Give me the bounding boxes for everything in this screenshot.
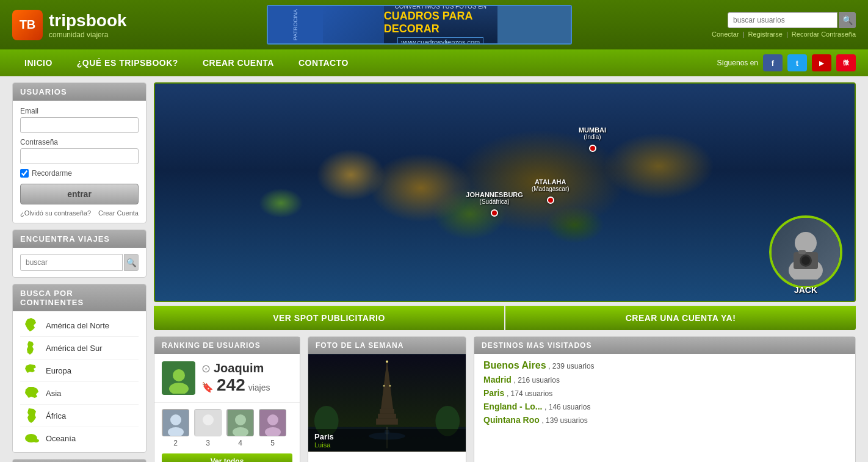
facebook-button[interactable]: f — [763, 54, 783, 71]
destino-5[interactable]: Quintana Roo , 139 usuarios — [483, 415, 846, 425]
destinos-list: Buenos Aires , 239 usuarios Madrid , 216… — [474, 354, 855, 435]
photo-box: FOTO DE LA SEMANA — [308, 336, 466, 462]
nav-contacto[interactable]: CONTACTO — [286, 49, 361, 76]
recordar-link[interactable]: Recordar Contraseña — [792, 31, 856, 38]
continent-item-asia[interactable]: Asia — [20, 382, 139, 405]
continents-section: BUSCA POR CONTINENTES América del Norte … — [12, 284, 146, 453]
destino-count-3: , 174 usuarios — [507, 389, 552, 398]
continent-item-oceania[interactable]: Oceanía — [20, 427, 139, 449]
divider2: | — [786, 31, 790, 38]
destinos-box: DESTINOS MAS VISITADOS Buenos Aires , 23… — [474, 336, 856, 462]
nav-que-es[interactable]: ¿QUÉ ES TRIPSBOOK? — [65, 49, 190, 76]
trips-search-input[interactable] — [20, 254, 123, 271]
nuevos-header: NUEVOS USUARIOS — [13, 460, 146, 462]
search-button[interactable]: 🔍 — [839, 12, 856, 28]
destino-2[interactable]: Madrid , 216 usuarios — [483, 375, 846, 384]
africa-icon — [21, 408, 41, 424]
continent-name-europa: Europa — [46, 366, 71, 375]
logo-icon[interactable]: TB — [12, 10, 43, 40]
usuarios-body: Email Contraseña Recordarme entrar ¿Olvi… — [13, 101, 146, 223]
forgot-link[interactable]: ¿Olvidó su contraseña? — [20, 209, 91, 217]
svg-point-15 — [203, 414, 214, 425]
rank5-num: 5 — [270, 439, 275, 447]
search-links: Conectar | Registrarse | Recordar Contra… — [712, 31, 856, 38]
ranking-top: ⊙ Joaquim 🔖 242 viajes — [154, 354, 300, 403]
svg-point-1 — [33, 439, 39, 442]
nav-crear[interactable]: CREAR CUENTA — [190, 49, 286, 76]
pin-johannesburg[interactable]: JOHANNESBURG (Sudáfrica) — [491, 209, 498, 217]
svg-point-12 — [170, 414, 181, 425]
rank4-num: 4 — [238, 439, 242, 447]
create-account-link[interactable]: Crear Cuenta — [98, 209, 139, 217]
pin-mumbai[interactable]: MUMBAI (India) — [589, 145, 596, 152]
destino-city-1: Buenos Aires — [483, 360, 546, 370]
destino-3[interactable]: Paris , 174 usuarios — [483, 388, 846, 398]
map-user-circle[interactable] — [769, 215, 842, 289]
map-container: MUMBAI (India) JOHANNESBURG (Sudáfrica) — [154, 82, 856, 302]
destino-count-1: , 239 usuarios — [548, 362, 594, 370]
svg-point-17 — [235, 414, 246, 425]
continent-item-norte[interactable]: América del Norte — [20, 314, 139, 337]
conectar-link[interactable]: Conectar — [712, 31, 739, 38]
ad-banner[interactable]: PATROCINA CONVERTIMOS TUS FOTOS EN CUADR… — [267, 5, 572, 45]
youtube-button[interactable]: ▶ — [812, 54, 831, 71]
search-area: 🔍 Conectar | Registrarse | Recordar Cont… — [712, 12, 856, 38]
sidebar: USUARIOS Email Contraseña Recordarme ent… — [12, 82, 146, 462]
nuevos-section: NUEVOS USUARIOS — [12, 459, 146, 462]
pin-atalaha[interactable]: ATALAHA (Madagascar) — [547, 197, 554, 204]
continent-item-sur[interactable]: América del Sur — [20, 337, 139, 359]
pin-dot-atalaha — [547, 197, 554, 204]
continent-name-norte: América del Norte — [46, 321, 109, 330]
continent-list: América del Norte América del Sur Europa — [20, 314, 139, 449]
remember-checkbox[interactable] — [20, 169, 29, 178]
email-input[interactable] — [20, 117, 139, 133]
login-button[interactable]: entrar — [20, 184, 139, 204]
weibo-button[interactable]: 微 — [836, 54, 856, 71]
continent-name-asia: Asia — [46, 389, 61, 398]
svg-point-33 — [389, 385, 391, 387]
rank-other-4: 4 — [226, 409, 254, 447]
pin-dot-johannesburg — [491, 209, 498, 217]
email-label: Email — [20, 107, 139, 115]
photo-caption: Paris Luisa — [308, 429, 466, 452]
usuarios-header: USUARIOS — [13, 83, 146, 101]
map-buttons: VER SPOT PUBLICITARIO CREAR UNA CUENTA Y… — [154, 306, 856, 330]
world-map: MUMBAI (India) JOHANNESBURG (Sudáfrica) — [155, 84, 855, 301]
ad-center: CONVERTIMOS TUS FOTOS EN CUADROS PARA DE… — [384, 6, 497, 43]
pin-johannesburg-label: JOHANNESBURG (Sudáfrica) — [466, 191, 523, 205]
svg-point-32 — [383, 385, 385, 387]
ver-todos-button[interactable]: Ver todos — [162, 453, 292, 462]
bookmark-icon: 🔖 — [201, 381, 214, 393]
continent-item-europa[interactable]: Europa — [20, 359, 139, 382]
destino-city-2: Madrid — [483, 375, 512, 384]
asia-icon — [21, 385, 41, 401]
ad-inner: PATROCINA CONVERTIMOS TUS FOTOS EN CUADR… — [268, 6, 571, 43]
nav-inicio[interactable]: INICIO — [12, 49, 65, 76]
search-box-row: 🔍 — [728, 12, 856, 28]
registrarse-link[interactable]: Registrarse — [748, 31, 783, 38]
password-input[interactable] — [20, 148, 139, 164]
nav-bar: INICIO ¿QUÉ ES TRIPSBOOK? CREAR CUENTA C… — [0, 49, 868, 76]
pin-mumbai-label: MUMBAI (India) — [579, 126, 606, 140]
svg-point-9 — [173, 369, 185, 381]
north-america-icon — [21, 317, 41, 333]
twitter-button[interactable]: t — [787, 54, 807, 71]
crear-cuenta-button[interactable]: CREAR UNA CUENTA YA! — [505, 306, 856, 330]
destino-1[interactable]: Buenos Aires , 239 usuarios — [483, 360, 846, 371]
europe-icon — [21, 363, 41, 378]
search-input[interactable] — [728, 12, 837, 28]
rank-other-5: 5 — [259, 409, 286, 447]
top-user-count: 242 — [217, 375, 245, 395]
trips-search-button[interactable]: 🔍 — [124, 254, 139, 271]
continent-item-africa[interactable]: África — [20, 405, 139, 427]
ver-spot-button[interactable]: VER SPOT PUBLICITARIO — [154, 306, 504, 330]
destino-4[interactable]: England - Lo... , 146 usuarios — [483, 402, 846, 411]
svg-point-20 — [267, 414, 278, 425]
brand-name-area: tripsbook comunidad viajera — [49, 11, 127, 39]
siguenos-label: Síguenos en — [717, 59, 758, 67]
destino-count-5: , 139 usuarios — [541, 416, 587, 425]
brand-name: tripsbook — [49, 11, 127, 31]
ad-line1: CONVERTIMOS TUS FOTOS EN — [394, 5, 486, 10]
destinos-header: DESTINOS MAS VISITADOS — [474, 337, 855, 354]
photo-user: Luisa — [314, 441, 460, 449]
